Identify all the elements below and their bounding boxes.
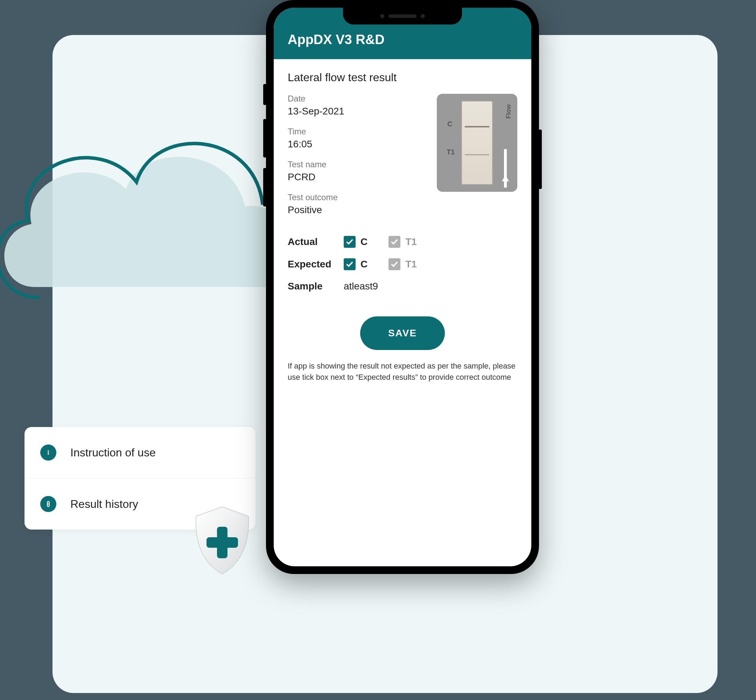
vial-icon bbox=[40, 496, 56, 512]
expected-row-label: Expected bbox=[288, 259, 344, 270]
menu-item-label: Result history bbox=[70, 498, 138, 511]
actual-c-checkbox[interactable] bbox=[344, 236, 356, 248]
phone-notch bbox=[343, 8, 462, 25]
actual-row-label: Actual bbox=[288, 236, 344, 247]
date-label: Date bbox=[288, 94, 426, 104]
expected-c-label: C bbox=[361, 259, 367, 270]
app-body: Lateral flow test result Date 13-Sep-202… bbox=[274, 59, 531, 397]
flow-arrow-icon bbox=[502, 175, 509, 181]
phone-volume-down bbox=[263, 168, 267, 206]
strip-marker-c: C bbox=[447, 120, 452, 128]
shield-icon bbox=[189, 504, 256, 578]
menu-item-label: Instruction of use bbox=[70, 446, 156, 459]
test-outcome-value: Positive bbox=[288, 205, 426, 216]
phone-volume-up bbox=[263, 119, 267, 158]
test-outcome-label: Test outcome bbox=[288, 192, 426, 202]
app-title: AppDX V3 R&D bbox=[288, 32, 385, 47]
expected-t1-label: T1 bbox=[405, 259, 417, 270]
phone-screen: AppDX V3 R&D Lateral flow test result Da… bbox=[274, 8, 531, 566]
info-icon bbox=[40, 444, 56, 461]
actual-t1-label: T1 bbox=[405, 236, 417, 247]
expected-c-checkbox[interactable] bbox=[344, 258, 356, 270]
menu-item-instruction[interactable]: Instruction of use bbox=[25, 427, 256, 478]
time-value: 16:05 bbox=[288, 139, 426, 150]
test-name-label: Test name bbox=[288, 159, 426, 169]
time-label: Time bbox=[288, 127, 426, 136]
svg-point-0 bbox=[48, 450, 49, 452]
date-value: 13-Sep-2021 bbox=[288, 106, 426, 117]
svg-rect-1 bbox=[48, 452, 49, 455]
footer-note: If app is showing the result not expecte… bbox=[288, 361, 517, 383]
phone-mute-switch bbox=[263, 84, 267, 105]
sample-value: atleast9 bbox=[344, 281, 378, 292]
flow-label: Flow bbox=[505, 104, 512, 119]
strip-marker-t1: T1 bbox=[447, 148, 455, 156]
section-title: Lateral flow test result bbox=[288, 71, 517, 84]
test-strip-image: C T1 Flow bbox=[437, 94, 517, 192]
svg-rect-5 bbox=[206, 537, 238, 548]
actual-c-label: C bbox=[361, 236, 367, 247]
expected-t1-checkbox[interactable] bbox=[389, 258, 400, 270]
actual-t1-checkbox[interactable] bbox=[389, 236, 400, 248]
sample-row-label: Sample bbox=[288, 281, 344, 292]
cloud-illustration bbox=[0, 91, 308, 336]
save-button[interactable]: SAVE bbox=[360, 316, 445, 350]
test-name-value: PCRD bbox=[288, 172, 426, 183]
phone-power-button bbox=[538, 130, 542, 189]
phone-frame: AppDX V3 R&D Lateral flow test result Da… bbox=[266, 0, 539, 574]
